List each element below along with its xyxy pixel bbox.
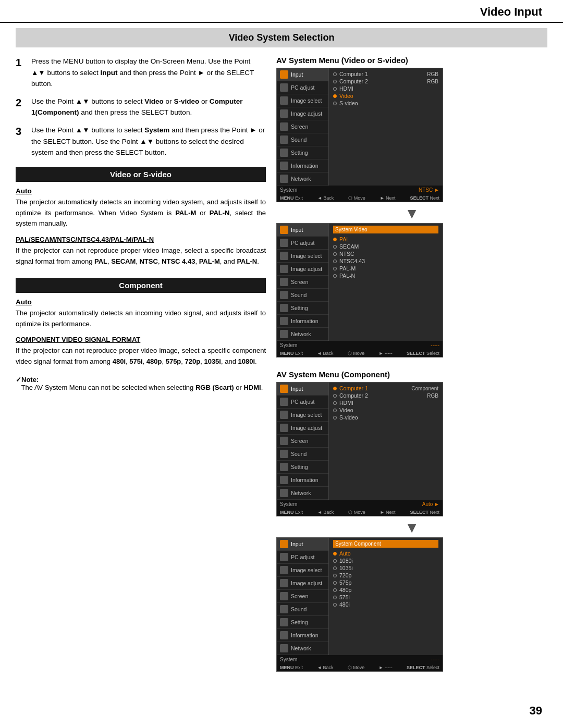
radio-ntsc443 — [333, 260, 337, 263]
bottom-exit-1: MENU Exit — [280, 195, 303, 201]
system-value-3: Auto ► — [422, 501, 439, 507]
pal-text: If the projector can not reproduce prope… — [16, 245, 266, 267]
sidebar-item-pcadjust-4: PC adjust — [277, 551, 328, 564]
main-content: 1 Press the MENU button to display the O… — [0, 56, 563, 676]
sidebar-item-sound-2: Sound — [277, 289, 328, 302]
signal-label: COMPONENT VIDEO SIGNAL FORMAT — [16, 336, 266, 343]
system-comp-label: System Component — [335, 541, 381, 547]
radio-palm — [333, 267, 337, 270]
step-text-1: Press the MENU button to display the On-… — [31, 56, 266, 90]
sidebar-item-sound-4: Sound — [277, 603, 328, 616]
system-comp-header: System Component — [333, 540, 438, 548]
sidebar-item-screen-1: Screen — [277, 120, 328, 133]
bottom-next-1: ► Next — [380, 195, 396, 201]
sidebar-item-imageadjust-2: Image adjust — [277, 263, 328, 276]
option-480i: 480i — [333, 601, 438, 608]
pcadjust-icon-2 — [280, 239, 288, 247]
sidebar-item-imageadjust-4: Image adjust — [277, 577, 328, 590]
setting-icon-2 — [280, 304, 288, 312]
radio-comp1 — [333, 387, 337, 390]
imageadjust-icon-1 — [280, 109, 288, 118]
sound-icon-3 — [280, 450, 288, 458]
step-number-2: 2 — [16, 96, 26, 109]
network-icon-1 — [280, 175, 288, 183]
auto-label-2: Auto — [16, 298, 266, 306]
option-pal: PAL — [333, 236, 438, 243]
radio-comp2 — [333, 394, 337, 398]
bottom-select-1: SELECT Next — [410, 195, 439, 201]
option-video-1: Video — [333, 92, 438, 100]
imageadjust-icon-2 — [280, 265, 288, 273]
system-video-header: System Video — [333, 226, 438, 233]
sidebar-item-pcadjust-3: PC adjust — [277, 396, 328, 409]
bottom-select-4: SELECT Select — [407, 665, 439, 670]
imageselect-icon-3 — [280, 411, 288, 419]
radio-720p — [333, 574, 337, 577]
bottom-move-2: ⬡ Move — [348, 351, 365, 356]
network-icon-2 — [280, 330, 288, 338]
sidebar-item-imageselect-4: Image select — [277, 564, 328, 577]
step-number-3: 3 — [16, 125, 26, 138]
sidebar-item-input-2: Input — [277, 224, 328, 237]
sidebar-item-network-4: Network — [277, 642, 328, 655]
radio-svideo-3 — [333, 416, 337, 419]
option-ntsc: NTSC — [333, 250, 438, 257]
menu-content-4: System Component Auto 1080i 1035i 720p — [329, 538, 443, 655]
option-paln: PAL-N — [333, 272, 438, 279]
system-label-1: System — [280, 187, 297, 193]
step-number-1: 1 — [16, 56, 26, 69]
network-icon-3 — [280, 489, 288, 497]
video-s-video-header: Video or S-video — [16, 167, 266, 182]
imageadjust-icon-3 — [280, 424, 288, 432]
bottom-move-4: ⬡ Move — [348, 665, 365, 670]
radio-480p — [333, 588, 337, 592]
radio-1035i — [333, 566, 337, 570]
radio-480i — [333, 603, 337, 607]
option-video-3: Video — [333, 406, 438, 414]
pcadjust-icon-1 — [280, 83, 288, 92]
option-comp2: Computer 2 RGB — [333, 392, 438, 399]
sidebar-item-imageadjust-3: Image adjust — [277, 422, 328, 435]
step-text-3: Use the Point ▲▼ buttons to select Syste… — [31, 125, 266, 158]
radio-575i — [333, 596, 337, 599]
right-column: AV System Menu (Video or S-video) Input … — [276, 56, 547, 676]
pcadjust-icon-3 — [280, 398, 288, 406]
radio-video-1 — [333, 94, 337, 98]
option-computer2-1: Computer 2 RGB — [333, 78, 438, 85]
option-computer1-1: Computer 1 RGB — [333, 70, 438, 78]
option-1035i: 1035i — [333, 564, 438, 572]
menu-bottom-bar-3: MENU Exit ◄ Back ⬡ Move ► Next SELECT Ne… — [277, 509, 443, 516]
sidebar-item-input-1: Input — [277, 68, 328, 81]
screen-icon-1 — [280, 122, 288, 131]
sidebar-item-pcadjust-1: PC adjust — [277, 81, 328, 94]
menu-bottom-bar-4: MENU Exit ◄ Back ⬡ Move ► ----- SELECT S… — [277, 664, 443, 671]
auto-label-1: Auto — [16, 187, 266, 195]
arrow-1: ▼ — [276, 206, 547, 221]
option-720p: 720p — [333, 572, 438, 579]
sidebar-item-info-3: Information — [277, 474, 328, 487]
menu-sidebar-1: Input PC adjust Image select Image adjus… — [277, 68, 329, 186]
network-icon-4 — [280, 644, 288, 652]
label-rgb-comp: RGB — [427, 393, 438, 399]
input-icon-3 — [280, 385, 288, 393]
screen-icon-2 — [280, 278, 288, 286]
menu-content-2: System Video PAL SECAM NTSC NTSC4.43 — [329, 224, 443, 341]
page-title: Video Input — [480, 5, 542, 18]
sidebar-item-imageselect-3: Image select — [277, 409, 328, 422]
input-icon-1 — [280, 70, 288, 79]
step-text-2: Use the Point ▲▼ buttons to select Video… — [31, 96, 266, 118]
screen-icon-4 — [280, 592, 288, 600]
sidebar-item-setting-4: Setting — [277, 616, 328, 629]
menu-bottom-bar-1: MENU Exit ◄ Back ⬡ Move ► Next SELECT Ne… — [277, 194, 443, 202]
sidebar-item-network-2: Network — [277, 328, 328, 341]
sidebar-item-sound-1: Sound — [277, 133, 328, 146]
sidebar-item-setting-3: Setting — [277, 461, 328, 474]
option-575p: 575p — [333, 579, 438, 586]
sound-icon-4 — [280, 605, 288, 613]
menu-system-row-1: System NTSC ► — [277, 186, 443, 194]
option-575i: 575i — [333, 594, 438, 601]
radio-computer1-1 — [333, 72, 337, 76]
radio-video-3 — [333, 409, 337, 412]
section-title: Video System Selection — [16, 28, 547, 47]
info-icon-1 — [280, 162, 288, 170]
